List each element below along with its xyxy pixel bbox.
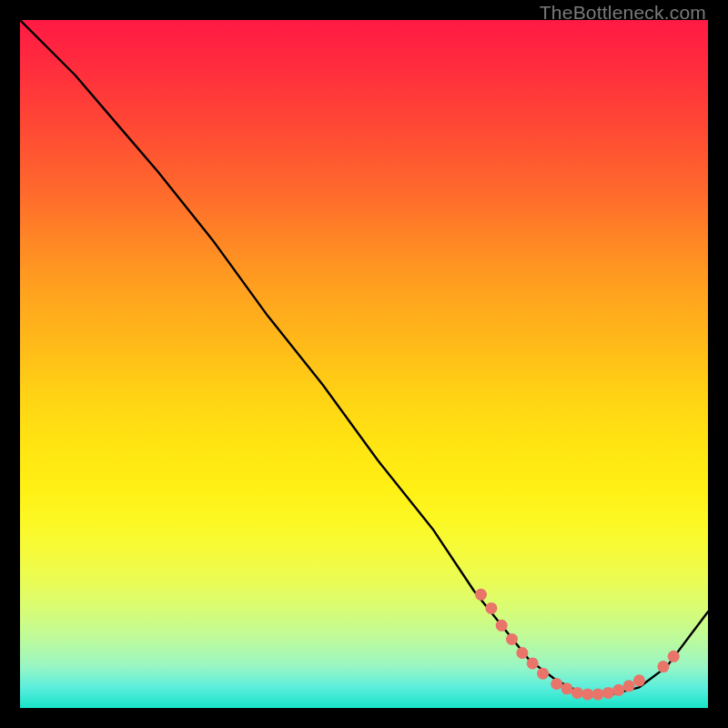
highlight-dot: [485, 602, 497, 614]
chart-frame: TheBottleneck.com: [0, 0, 728, 728]
highlight-dot: [516, 647, 528, 659]
highlight-dot: [527, 657, 539, 669]
highlight-dot: [475, 589, 487, 601]
highlight-dot: [592, 688, 604, 700]
highlight-dot: [561, 682, 573, 694]
highlight-dot: [633, 674, 645, 686]
highlight-dot: [581, 688, 593, 700]
highlight-dot: [496, 620, 508, 632]
watermark-text: TheBottleneck.com: [540, 2, 706, 24]
highlight-dot: [668, 651, 680, 662]
highlight-dot: [602, 687, 614, 699]
bottleneck-curve-svg: [20, 20, 708, 708]
highlight-dot: [506, 633, 518, 645]
highlight-dot: [623, 680, 635, 692]
highlight-dot: [657, 661, 669, 672]
bottleneck-curve-line: [20, 20, 708, 694]
gradient-plot-area: [20, 20, 708, 708]
highlight-dot: [551, 678, 562, 690]
highlight-dot: [612, 684, 624, 696]
highlight-dot: [537, 668, 549, 680]
highlight-dot: [571, 687, 583, 699]
highlight-dots-group: [475, 589, 680, 701]
